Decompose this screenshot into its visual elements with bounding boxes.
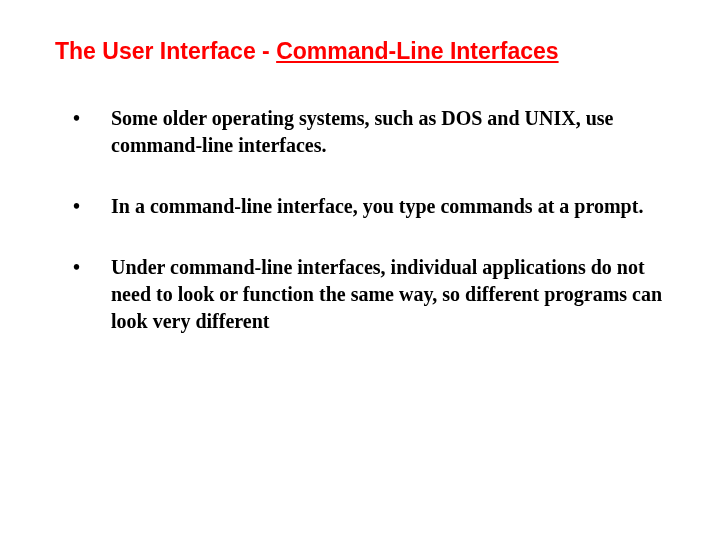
list-item: Some older operating systems, such as DO… (73, 105, 665, 159)
list-item: In a command-line interface, you type co… (73, 193, 665, 220)
slide-title: The User Interface - Command-Line Interf… (55, 38, 665, 65)
list-item: Under command-line interfaces, individua… (73, 254, 665, 335)
title-prefix: The User Interface - (55, 38, 276, 64)
title-underlined: Command-Line Interfaces (276, 38, 558, 64)
bullet-list: Some older operating systems, such as DO… (55, 105, 665, 335)
slide: The User Interface - Command-Line Interf… (0, 0, 720, 540)
